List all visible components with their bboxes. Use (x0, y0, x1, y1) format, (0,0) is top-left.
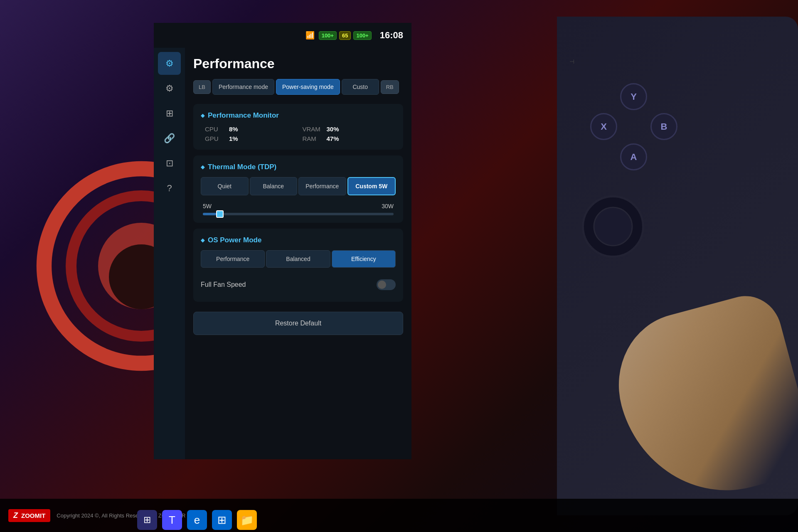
ram-label: RAM (303, 135, 323, 142)
b-button[interactable]: B (650, 113, 677, 140)
edge-icon: e (194, 514, 200, 527)
main-content: Performance LB Performance mode Power-sa… (185, 48, 411, 459)
battery-group: 100+ 65 100+ (319, 31, 372, 40)
os-performance-tab[interactable]: Performance (201, 250, 265, 268)
sidebar: ⚙ ⚙ ⊞ 🔗 ⊡ ? (154, 48, 185, 459)
help-icon: ? (167, 183, 172, 194)
slider-thumb[interactable] (216, 210, 224, 218)
performance-icon: ⚙ (165, 58, 174, 69)
cpu-value: 8% (229, 126, 238, 133)
restore-default-button[interactable]: Restore Default (193, 312, 403, 335)
thumbstick-inner (594, 207, 633, 246)
lb-button[interactable]: LB (193, 80, 211, 94)
display-icon: ⊞ (166, 108, 173, 119)
right-controller: ⊣ Y X B A (557, 17, 798, 515)
ram-row: RAM 47% (303, 135, 392, 142)
thermal-mode-section: Thermal Mode (TDP) Quiet Balance Perform… (193, 155, 403, 223)
mode-tabs: LB Performance mode Power-saving mode Cu… (193, 79, 403, 95)
custom-tdp-tab[interactable]: Custom 5W (347, 177, 396, 195)
status-bar: 📶 100+ 65 100+ 16:08 (154, 23, 411, 48)
taskbar-icon-xbox[interactable]: ⊞ (137, 510, 157, 530)
slider-min-label: 5W (203, 203, 212, 209)
ram-value: 47% (327, 135, 339, 142)
taskbar: Z ZOOMIT Copyright 2024 ©, All Rights Re… (0, 499, 798, 532)
fan-speed-label: Full Fan Speed (201, 281, 246, 288)
slider-max-label: 30W (382, 203, 394, 209)
monitor-grid: CPU 8% VRAM 30% GPU 1% RAM 47% (201, 126, 396, 142)
tdp-tabs: Quiet Balance Performance Custom 5W (201, 177, 396, 195)
vram-label: VRAM (303, 126, 323, 133)
right-thumbstick[interactable] (582, 195, 644, 258)
zoomit-logo: Z ZOOMIT (8, 509, 50, 522)
tdp-slider-track[interactable] (203, 213, 394, 215)
layout-icon: ⊡ (166, 158, 173, 169)
zoomit-logo-z: Z (13, 511, 18, 520)
toggle-knob (378, 281, 386, 289)
device-screen: 📶 100+ 65 100+ 16:08 ⚙ ⚙ ⊞ 🔗 ⊡ ? Perform… (154, 23, 411, 459)
taskbar-icon-folder[interactable]: 📁 (237, 510, 257, 530)
gpu-value: 1% (229, 135, 238, 142)
gpu-label: GPU (205, 135, 226, 142)
balance-tab[interactable]: Balance (250, 177, 298, 195)
page-title: Performance (193, 56, 403, 71)
hand-overlay (602, 288, 798, 514)
os-power-mode-section: OS Power Mode Performance Balanced Effic… (193, 229, 403, 302)
y-button[interactable]: Y (620, 83, 647, 110)
teams-icon: T (169, 514, 175, 527)
sidebar-item-layout[interactable]: ⊡ (158, 152, 181, 175)
x-button[interactable]: X (590, 113, 617, 140)
thermal-mode-title: Thermal Mode (TDP) (201, 163, 396, 171)
sidebar-item-display[interactable]: ⊞ (158, 102, 181, 125)
os-efficiency-tab[interactable]: Efficiency (332, 250, 396, 268)
slider-labels: 5W 30W (203, 203, 394, 209)
power-saving-mode-tab[interactable]: Power-saving mode (276, 79, 340, 95)
taskbar-app-icons: ⊞ T e ⊞ 📁 (137, 510, 257, 530)
sidebar-item-settings[interactable]: ⚙ (158, 77, 181, 100)
quiet-tab[interactable]: Quiet (201, 177, 249, 195)
link-icon: 🔗 (164, 133, 175, 144)
taskbar-icon-teams[interactable]: T (162, 510, 182, 530)
clock: 16:08 (380, 30, 403, 41)
performance-tab[interactable]: Performance (298, 177, 346, 195)
tdp-slider-container: 5W 30W (201, 203, 396, 215)
windows-icon: ⊞ (217, 514, 227, 527)
fan-speed-toggle[interactable] (377, 279, 396, 290)
performance-monitor-title: Performance Monitor (201, 111, 396, 120)
wifi-icon: 📶 (305, 31, 315, 40)
battery-2: 65 (339, 31, 351, 40)
usb-icon: ⊣ (569, 58, 574, 65)
controller-buttons: Y X B A (590, 83, 677, 170)
gpu-row: GPU 1% (205, 135, 294, 142)
fan-speed-row: Full Fan Speed (201, 275, 396, 294)
battery-1: 100+ (319, 31, 337, 40)
sidebar-item-performance[interactable]: ⚙ (158, 52, 181, 75)
sidebar-item-connect[interactable]: 🔗 (158, 127, 181, 150)
vram-row: VRAM 30% (303, 126, 392, 133)
folder-icon: 📁 (240, 514, 254, 527)
os-balanced-tab[interactable]: Balanced (266, 250, 330, 268)
cpu-row: CPU 8% (205, 126, 294, 133)
a-button[interactable]: A (620, 143, 647, 170)
taskbar-icon-windows[interactable]: ⊞ (212, 510, 232, 530)
battery-3: 100+ (353, 31, 371, 40)
settings-icon: ⚙ (165, 83, 174, 94)
cpu-label: CPU (205, 126, 226, 133)
sidebar-item-help[interactable]: ? (158, 177, 181, 200)
performance-mode-tab[interactable]: Performance mode (212, 79, 274, 95)
os-power-mode-title: OS Power Mode (201, 236, 396, 244)
performance-monitor-section: Performance Monitor CPU 8% VRAM 30% GPU … (193, 104, 403, 150)
os-power-tabs: Performance Balanced Efficiency (201, 250, 396, 268)
xbox-icon: ⊞ (143, 515, 151, 525)
taskbar-icon-edge[interactable]: e (187, 510, 207, 530)
rb-button[interactable]: RB (381, 80, 399, 94)
custom-mode-tab[interactable]: Custo (342, 79, 379, 95)
vram-value: 30% (327, 126, 339, 133)
zoomit-logo-text: ZOOMIT (21, 512, 45, 519)
